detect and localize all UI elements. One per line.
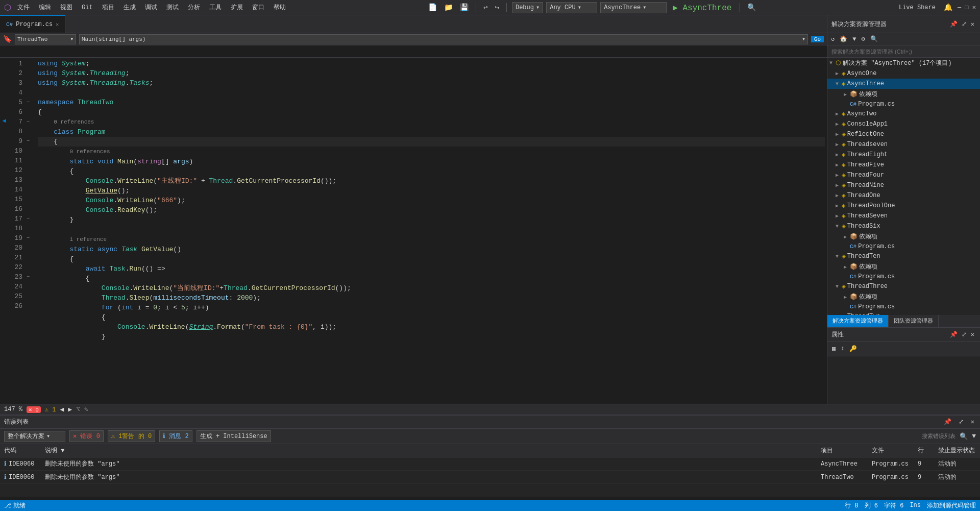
file-tab-program[interactable]: C# Program.cs ✕ xyxy=(0,15,65,33)
se-pin-icon[interactable]: 📌 xyxy=(948,19,959,29)
collapse-17[interactable]: − xyxy=(27,216,30,222)
analyze-menu[interactable]: 分析 xyxy=(185,2,203,13)
tab-solution-explorer[interactable]: 解决方案资源管理器 xyxy=(827,315,889,327)
tree-item-threadpoolone[interactable]: ▶◈ThreadPoolOne xyxy=(827,201,980,211)
undo-icon[interactable]: ↩ xyxy=(481,2,489,13)
tree-item-threadsix-deps[interactable]: ▶📦依赖项 xyxy=(827,231,980,242)
top-toolbar: ⬡ 文件 编辑 视图 Git 项目 生成 调试 测试 分析 工具 扩展 窗口 帮… xyxy=(0,0,980,15)
play-button[interactable]: ▶ AsyncThree xyxy=(670,2,734,14)
se-close-icon[interactable]: ✕ xyxy=(969,19,976,29)
add-to-source[interactable]: 添加到源代码管理 xyxy=(927,501,976,510)
status-ch: 字符 6 xyxy=(884,501,903,510)
tree-item-asynctwo[interactable]: ▶◈AsyncTwo xyxy=(827,109,980,119)
tree-item-threadsix[interactable]: ▼◈ThreadSix xyxy=(827,221,980,231)
collapse-19[interactable]: − xyxy=(27,235,30,241)
open-icon[interactable]: 📁 xyxy=(442,2,455,13)
tree-item-threadten-program[interactable]: C#Program.cs xyxy=(827,272,980,281)
help-menu[interactable]: 帮助 xyxy=(271,2,289,13)
se-search-btn[interactable]: 🔍 xyxy=(869,34,879,44)
error-row[interactable]: ℹIDE0060 删除未使用的参数 "args" ThreadTwo Progr… xyxy=(0,471,980,484)
prop-pin-icon[interactable]: 📌 xyxy=(948,330,959,339)
code-content[interactable]: using System;using System.Threading;usin… xyxy=(36,58,827,404)
collapse-7[interactable]: − xyxy=(27,119,30,125)
notification-icon[interactable]: 🔔 xyxy=(942,2,954,13)
tree-item-asyncthree-program[interactable]: C#Program.cs xyxy=(827,100,980,109)
collapse-23[interactable]: − xyxy=(27,274,30,280)
warnings-filter-btn[interactable]: ⚠ 1警告 的 0 xyxy=(108,430,155,442)
nav-prev-btn[interactable]: ◀ xyxy=(60,405,64,413)
se-home-icon[interactable]: 🏠 xyxy=(838,34,849,44)
tree-item-threadthree[interactable]: ▼◈ThreadThree xyxy=(827,281,980,291)
tree-item-asyncthree-deps[interactable]: ▶📦依赖项 xyxy=(827,89,980,100)
tree-item-threadseven[interactable]: ▶◈Threadseven xyxy=(827,139,980,150)
prop-sort-icon[interactable]: ↕ xyxy=(839,344,846,354)
tree-item-reflectone[interactable]: ▶◈ReflectOne xyxy=(827,129,980,139)
solution-search-input[interactable] xyxy=(831,48,976,55)
tree-item-threadthree-deps[interactable]: ▶📦依赖项 xyxy=(827,291,980,302)
code-editor[interactable]: ◀ 12345678 910111213141516 1718192021222… xyxy=(0,58,827,404)
debug-menu[interactable]: 调试 xyxy=(142,2,160,13)
collapse-9[interactable]: − xyxy=(27,138,30,144)
tree-item-threadone[interactable]: ▶◈ThreadOne xyxy=(827,190,980,201)
errors-filter-btn[interactable]: ✕ 错误 0 xyxy=(69,430,104,442)
search-icon[interactable]: 🔍 xyxy=(745,2,758,13)
el-move-icon[interactable]: ⤢ xyxy=(957,417,965,427)
el-pin-icon[interactable]: 📌 xyxy=(942,417,953,427)
tree-item-threadten-deps[interactable]: ▶📦依赖项 xyxy=(827,261,980,272)
tree-item-consoleapp1[interactable]: ▶◈ConsoleApp1 xyxy=(827,119,980,129)
tree-item-threadfour[interactable]: ▶◈ThreadFour xyxy=(827,170,980,180)
debug-dropdown[interactable]: Debug ▾ xyxy=(512,2,543,13)
se-move-icon[interactable]: ⤢ xyxy=(960,19,968,29)
el-close-icon[interactable]: ✕ xyxy=(969,417,976,427)
file-menu[interactable]: 文件 xyxy=(14,2,33,13)
view-menu[interactable]: 视图 xyxy=(57,2,76,13)
nav-namespace-dropdown[interactable]: ThreadTwo▾ xyxy=(15,34,76,44)
format-icon[interactable]: ✎ xyxy=(84,405,88,413)
tree-item-asyncone[interactable]: ▶◈AsyncOne xyxy=(827,68,980,79)
tab-close-btn[interactable]: ✕ xyxy=(56,21,59,28)
prop-move-icon[interactable]: ⤢ xyxy=(960,330,968,339)
new-file-icon[interactable]: 📄 xyxy=(426,2,439,13)
redo-icon[interactable]: ↪ xyxy=(493,2,501,13)
build-filter-btn[interactable]: 生成 + IntelliSense xyxy=(197,430,271,442)
git-menu[interactable]: Git xyxy=(79,3,96,12)
nav-go-icon[interactable]: Go xyxy=(811,36,824,42)
tree-item-threadfive[interactable]: ▶◈ThreadFive xyxy=(827,160,980,170)
collapse-5[interactable]: − xyxy=(27,100,30,105)
tools-menu[interactable]: 工具 xyxy=(206,2,225,13)
solution-explorer-title: 解决方案资源管理器 xyxy=(831,20,887,29)
tree-item-threadten[interactable]: ▼◈ThreadTen xyxy=(827,251,980,261)
tree-item-threadtwo[interactable]: ▼◈ThreadTwo xyxy=(827,311,980,315)
save-icon[interactable]: 💾 xyxy=(458,2,471,13)
test-menu[interactable]: 测试 xyxy=(163,2,182,13)
edit-menu[interactable]: 编辑 xyxy=(36,2,54,13)
tree-solution-root[interactable]: ▼⬡解决方案 "AsyncThree" (17个项目) xyxy=(827,58,980,68)
prop-close-icon[interactable]: ✕ xyxy=(969,330,976,339)
tree-item-threadsix-program[interactable]: C#Program.cs xyxy=(827,242,980,251)
window-menu[interactable]: 窗口 xyxy=(249,2,267,13)
tree-item-threadseven2[interactable]: ▶◈ThreadSeven xyxy=(827,211,980,221)
messages-filter-btn[interactable]: ℹ 消息 2 xyxy=(159,430,192,442)
cpu-dropdown[interactable]: Any CPU ▾ xyxy=(546,2,597,13)
prop-key-icon[interactable]: 🔑 xyxy=(848,344,859,354)
el-filter-icon[interactable]: ▼ xyxy=(972,432,976,440)
error-row[interactable]: ℹIDE0060 删除未使用的参数 "args" AsyncThree Prog… xyxy=(0,457,980,471)
tree-item-threadthree-program[interactable]: C#Program.cs xyxy=(827,302,980,311)
tab-team-explorer[interactable]: 团队资源管理器 xyxy=(889,315,939,327)
se-refresh-icon[interactable]: ↺ xyxy=(829,34,836,44)
nav-next-btn[interactable]: ▶ xyxy=(68,405,72,413)
tree-item-threadeight[interactable]: ▶◈ThreadEight xyxy=(827,150,980,160)
tree-item-asyncthree[interactable]: ▼◈AsyncThree xyxy=(827,79,980,89)
extensions-menu[interactable]: 扩展 xyxy=(228,2,246,13)
tree-item-threadnine[interactable]: ▶◈ThreadNine xyxy=(827,180,980,190)
se-filter-icon[interactable]: ▼ xyxy=(851,35,857,44)
project-menu[interactable]: 项目 xyxy=(99,2,117,13)
el-search-btn[interactable]: 🔍 xyxy=(960,432,968,441)
live-share-btn[interactable]: Live Share xyxy=(896,3,939,12)
build-menu[interactable]: 生成 xyxy=(120,2,139,13)
project-dropdown[interactable]: AsyncThree ▾ xyxy=(600,2,667,13)
nav-method-dropdown[interactable]: Main(string[] args)▾ xyxy=(79,34,808,44)
prop-grid-icon[interactable]: ▦ xyxy=(830,344,837,354)
se-gear-icon[interactable]: ⚙ xyxy=(860,34,866,44)
scope-dropdown[interactable]: 整个解决方案▾ xyxy=(4,431,65,442)
